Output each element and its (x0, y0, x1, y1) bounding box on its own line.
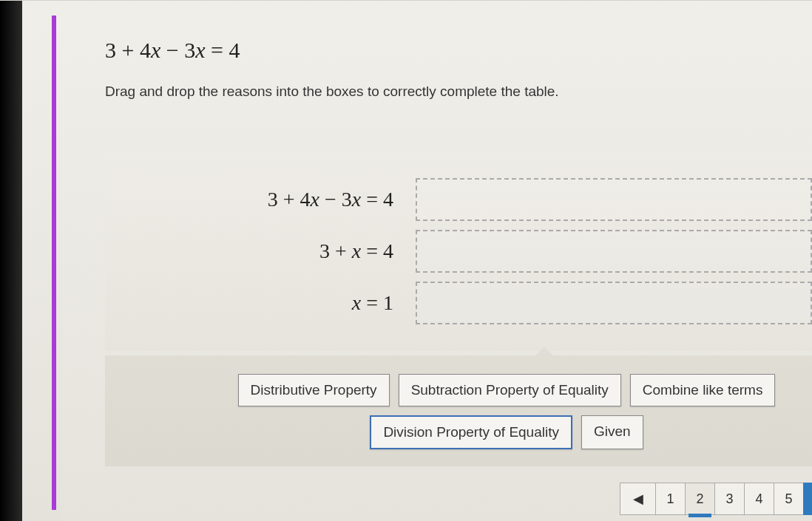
tile-subtraction-property[interactable]: Subtraction Property of Equality (399, 374, 621, 406)
question-pager: ◀ 1 2 3 4 5 (620, 483, 812, 515)
proof-step: 3 + 4x − 3x = 4 (105, 188, 416, 211)
pager-page-4[interactable]: 4 (744, 483, 774, 515)
pager-next-button[interactable] (803, 483, 812, 515)
proof-step: x = 1 (105, 291, 416, 315)
screen-edge (0, 1, 22, 521)
instruction-text: Drag and drop the reasons into the boxes… (105, 84, 782, 100)
tile-given[interactable]: Given (581, 415, 643, 449)
drop-zone-2[interactable] (416, 230, 812, 273)
question-equation: 3 + 4x − 3x = 4 (105, 38, 782, 63)
proof-row: 3 + x = 4 (105, 225, 812, 277)
pager-page-5[interactable]: 5 (774, 483, 803, 515)
proof-step: 3 + x = 4 (105, 239, 416, 263)
proof-row: x = 1 (105, 277, 812, 329)
answer-tiles-tray: Distributive Property Subtraction Proper… (105, 355, 812, 466)
pager-page-2[interactable]: 2 (685, 483, 714, 515)
pager-page-1[interactable]: 1 (655, 483, 685, 515)
tile-distributive-property[interactable]: Distributive Property (238, 374, 390, 406)
drop-zone-3[interactable] (416, 282, 812, 324)
drop-zone-1[interactable] (416, 178, 812, 221)
question-content: 3 + 4x − 3x = 4 Drag and drop the reason… (61, 16, 812, 521)
tile-division-property[interactable]: Division Property of Equality (370, 415, 572, 449)
proof-row: 3 + 4x − 3x = 4 (105, 174, 812, 225)
proof-table-area: 3 + 4x − 3x = 4 3 + x = 4 (105, 151, 812, 351)
tray-pointer-icon (534, 347, 555, 357)
pager-prev-button[interactable]: ◀ (620, 483, 655, 515)
accent-bar (52, 16, 56, 510)
pager-page-3[interactable]: 3 (714, 483, 744, 515)
tile-combine-like-terms[interactable]: Combine like terms (630, 374, 776, 406)
triangle-left-icon: ◀ (633, 491, 643, 507)
